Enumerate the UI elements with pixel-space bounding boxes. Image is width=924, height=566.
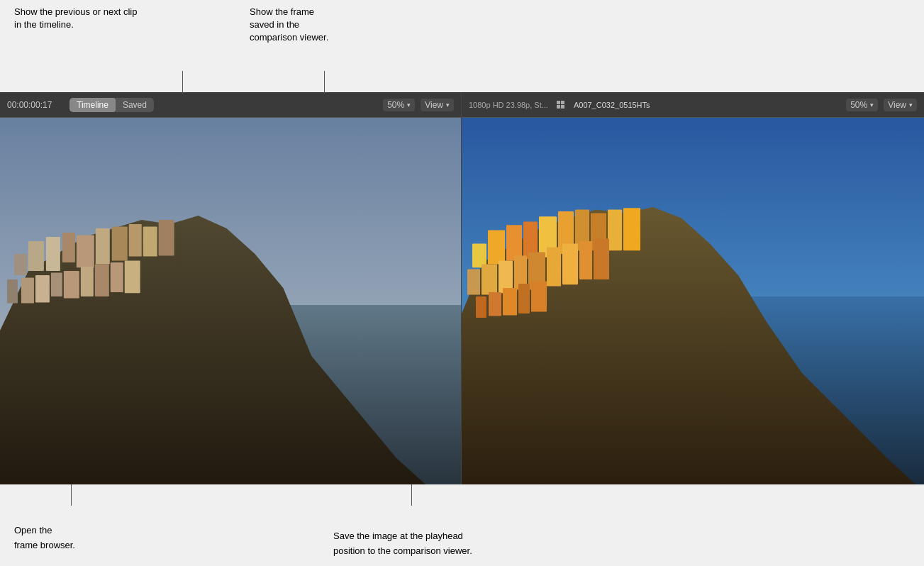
zoom-chevron-icon: ▾ [407, 101, 411, 109]
right-zoom-chevron-icon: ▾ [870, 101, 874, 109]
right-buildings-svg [462, 118, 924, 535]
right-view-btn[interactable]: View ▾ [884, 99, 917, 111]
left-timecode: 00:00:00:17 [7, 100, 64, 110]
svg-rect-12 [159, 220, 174, 255]
svg-rect-11 [143, 227, 157, 257]
annotations-bottom: Open the frame browser. Save the image a… [0, 484, 924, 566]
left-toolbar: 00:00:00:17 Timeline Saved 50% ▾ View ▾ [0, 92, 461, 118]
svg-rect-17 [64, 271, 79, 298]
svg-rect-9 [112, 227, 128, 261]
svg-rect-21 [125, 261, 140, 294]
svg-rect-6 [62, 233, 75, 262]
svg-rect-40 [547, 247, 561, 286]
annotation-top-center: Show the frame saved in the comparison v… [250, 0, 399, 50]
svg-rect-48 [531, 281, 547, 311]
svg-rect-45 [489, 292, 501, 316]
svg-rect-36 [482, 264, 497, 294]
clip-toggle-group[interactable]: Timeline Saved [69, 98, 154, 112]
annotation-bottom-left-text: Open the frame browser. [14, 523, 75, 553]
svg-rect-41 [562, 244, 578, 285]
svg-rect-25 [472, 244, 486, 268]
svg-rect-7 [77, 235, 94, 268]
svg-rect-47 [518, 284, 530, 313]
svg-rect-4 [28, 241, 44, 271]
right-view-chevron-icon: ▾ [909, 101, 913, 109]
annotation-top-left: Show the previous or next clip in the ti… [14, 6, 142, 31]
annotation-bottom-right-text: Save the image at the playhead position … [333, 529, 589, 559]
annotations-top: Show the previous or next clip in the ti… [0, 0, 924, 92]
left-video-area [0, 118, 461, 535]
left-zoom-btn[interactable]: 50% ▾ [383, 99, 415, 111]
svg-rect-13 [7, 279, 18, 304]
svg-rect-44 [476, 296, 486, 318]
timeline-toggle-btn[interactable]: Timeline [69, 98, 116, 112]
svg-rect-10 [129, 224, 142, 257]
ann-line-bottom-save [411, 484, 412, 506]
right-toolbar: 1080p HD 23.98p, St... A007_C032_0515HTs… [462, 92, 924, 118]
annotation-line-left [182, 71, 183, 94]
right-zoom-btn[interactable]: 50% ▾ [846, 99, 878, 111]
svg-rect-19 [95, 264, 109, 296]
svg-rect-3 [14, 254, 27, 275]
svg-rect-8 [96, 228, 110, 264]
svg-rect-18 [81, 267, 94, 296]
clip-name-text: A007_C032_0515HTs [574, 101, 650, 109]
grid-icon [557, 101, 565, 109]
left-view-btn[interactable]: View ▾ [421, 99, 454, 111]
annotation-line-center [324, 71, 325, 94]
left-buildings-svg [0, 118, 461, 535]
svg-rect-43 [594, 238, 609, 279]
svg-rect-46 [503, 288, 517, 315]
svg-rect-20 [111, 262, 123, 292]
svg-rect-33 [608, 210, 622, 251]
left-video-frame [0, 118, 461, 535]
svg-rect-42 [579, 241, 592, 279]
clip-info-text: 1080p HD 23.98p, St... [469, 101, 548, 109]
svg-rect-34 [623, 208, 640, 250]
svg-rect-35 [467, 270, 480, 295]
view-chevron-icon: ▾ [446, 101, 450, 109]
right-video-frame [462, 118, 924, 535]
right-video-area [462, 118, 924, 535]
saved-toggle-btn[interactable]: Saved [116, 98, 154, 112]
svg-rect-16 [51, 272, 62, 296]
svg-rect-26 [488, 230, 505, 264]
ann-line-bottom-frame [71, 484, 72, 506]
svg-rect-5 [46, 237, 60, 271]
svg-rect-27 [506, 225, 522, 260]
svg-rect-15 [35, 275, 50, 302]
svg-rect-14 [21, 278, 34, 304]
